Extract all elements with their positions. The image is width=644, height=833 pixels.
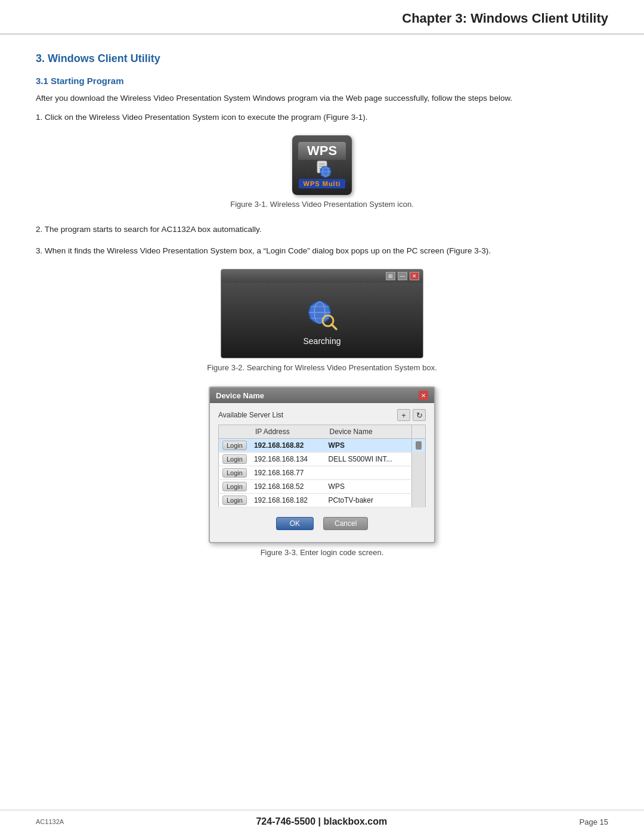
login-btn-row-0[interactable]: Login [222, 441, 247, 450]
server-list-label: Available Server List + ↻ [218, 409, 426, 421]
searching-body: Searching [221, 283, 423, 358]
login-btn-row-4[interactable]: Login [222, 496, 247, 505]
device-dialog-footer: OK Cancel [218, 513, 426, 536]
device-cell-1: DELL S500WI INT... [325, 453, 412, 466]
scroll-col-2 [412, 466, 426, 480]
scrollbar-header [412, 425, 426, 439]
login-btn-row-2[interactable]: Login [222, 468, 247, 478]
device-dialog-title: Device Name [216, 391, 264, 400]
ip-cell-1: 192.168.168.134 [250, 453, 325, 466]
login-btn-row-1[interactable]: Login [222, 454, 247, 464]
refresh-server-btn[interactable]: ↻ [413, 409, 426, 421]
col-ip-header: IP Address [250, 425, 325, 439]
ip-cell-3: 192.168.168.52 [250, 480, 325, 494]
figure-1: WPS WPS Multi Figure 3-1. Wireless Video… [36, 135, 608, 209]
cancel-button[interactable]: Cancel [323, 517, 368, 530]
ip-cell-4: 192.168.168.182 [250, 494, 325, 507]
step1-text: 1. Click on the Wireless Video Presentat… [36, 111, 608, 124]
col-login-header [219, 425, 250, 439]
figure-2: ⊞ — ✕ Searching Figure 3-2. Sea [36, 269, 608, 372]
add-server-btn[interactable]: + [397, 409, 410, 421]
fig3-caption: Figure 3-3. Enter login code screen. [261, 548, 384, 557]
device-cell-4: PCtoTV-baker [325, 494, 412, 507]
searching-label: Searching [303, 336, 340, 346]
searching-titlebar: ⊞ — ✕ [221, 270, 423, 283]
svg-rect-1 [319, 163, 325, 165]
searching-globe-icon [303, 297, 341, 333]
footer-contact: 724-746-5500 | blackbox.com [256, 816, 387, 827]
intro-text: After you download the Wireless Video Pr… [36, 92, 608, 105]
chapter-title: Chapter 3: Windows Client Utility [402, 11, 608, 26]
device-cell-0: WPS [325, 439, 412, 453]
section-heading: 3. Windows Client Utility [36, 52, 608, 65]
server-table: IP Address Device Name Login192.168.168.… [218, 425, 426, 507]
wps-icon-text: WPS [298, 142, 346, 160]
page-footer: AC1132A 724-746-5500 | blackbox.com Page… [0, 810, 644, 833]
step3-text: 3. When it finds the Wireless Video Pres… [36, 244, 608, 258]
device-titlebar: Device Name ✕ [210, 388, 434, 403]
ip-cell-2: 192.168.168.77 [250, 466, 325, 480]
device-dialog-close[interactable]: ✕ [419, 391, 428, 400]
device-cell-2 [325, 466, 412, 480]
searching-dialog: ⊞ — ✕ Searching [221, 269, 423, 358]
wps-label: WPS Multi [299, 179, 346, 188]
login-btn-row-3[interactable]: Login [222, 482, 247, 491]
titlebar-grid-btn[interactable]: ⊞ [386, 272, 395, 280]
page-header: Chapter 3: Windows Client Utility [0, 0, 644, 35]
wps-icon: WPS WPS Multi [292, 135, 352, 195]
main-content: 3. Windows Client Utility 3.1 Starting P… [0, 35, 644, 619]
device-cell-3: WPS [325, 480, 412, 494]
subsection-heading: 3.1 Starting Program [36, 76, 608, 86]
server-list-buttons: + ↻ [397, 409, 426, 421]
scroll-col-4 [412, 494, 426, 507]
fig1-caption: Figure 3-1. Wireless Video Presentation … [230, 200, 414, 209]
page-number: Page 15 [580, 817, 608, 826]
scroll-col-1 [412, 453, 426, 466]
svg-line-15 [332, 324, 336, 329]
scroll-col-0 [412, 439, 426, 453]
footer-model: AC1132A [36, 818, 64, 825]
figure-3: Device Name ✕ Available Server List + ↻ … [36, 386, 608, 557]
ok-button[interactable]: OK [276, 517, 314, 530]
scroll-col-3 [412, 480, 426, 494]
step2-text: 2. The program starts to search for AC11… [36, 223, 608, 236]
device-dialog-body: Available Server List + ↻ IP Address Dev… [210, 403, 434, 542]
ip-cell-0: 192.168.168.82 [250, 439, 325, 453]
titlebar-close-btn[interactable]: ✕ [410, 272, 419, 280]
titlebar-minimize-btn[interactable]: — [398, 272, 407, 280]
device-dialog: Device Name ✕ Available Server List + ↻ … [209, 386, 435, 543]
wps-globe-icon [309, 160, 335, 179]
fig2-caption: Figure 3-2. Searching for Wireless Video… [207, 363, 437, 372]
col-device-header: Device Name [325, 425, 412, 439]
